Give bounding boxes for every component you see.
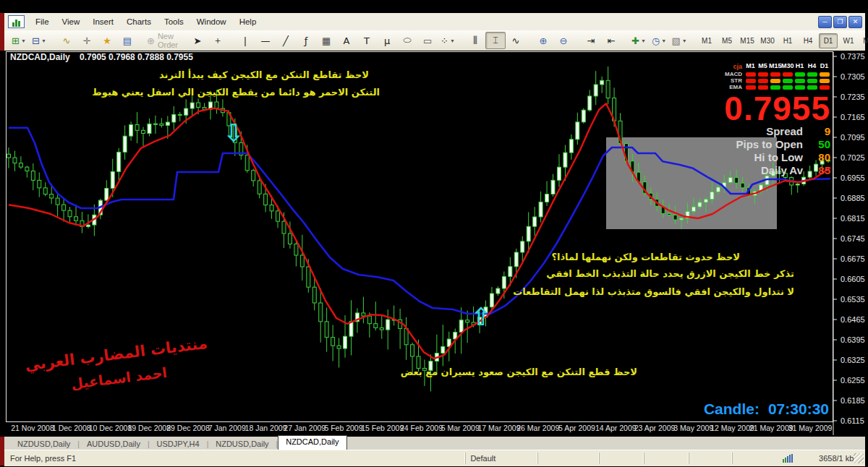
profiles-button[interactable]: ⊟▼ xyxy=(29,32,49,49)
date-label: 23 Apr 2009 xyxy=(634,424,676,432)
zoom-out-button[interactable]: ⊖ xyxy=(553,32,574,49)
market-watch-button[interactable]: ▤ xyxy=(117,32,137,49)
close-button[interactable]: ✕ xyxy=(848,16,862,28)
menu-view[interactable]: View xyxy=(56,15,87,28)
candle-body xyxy=(374,324,378,328)
full-screen-button[interactable]: ✛ xyxy=(77,32,97,49)
date-label: 5 Apr 2009 xyxy=(558,424,595,432)
panel-column-m5: M5 xyxy=(757,62,769,71)
stat-value: 50 xyxy=(803,138,830,150)
status-bar: For Help, press F1 Default 3658/1 kb xyxy=(4,450,865,466)
timeframe-mn[interactable]: MN xyxy=(859,33,868,48)
candle-body xyxy=(215,102,218,108)
restore-button[interactable]: ❐ xyxy=(833,16,847,28)
menu-window[interactable]: Window xyxy=(190,15,233,28)
candle-body xyxy=(459,320,463,333)
menu-file[interactable]: File xyxy=(29,15,56,28)
tick-chart-button[interactable]: ∿ xyxy=(56,32,77,49)
candle-body xyxy=(673,215,677,220)
menu-tools[interactable]: Tools xyxy=(158,15,190,28)
channel-button[interactable]: ▦ xyxy=(316,32,336,49)
menu-charts[interactable]: Charts xyxy=(120,15,158,28)
cursor-button[interactable]: ➤ xyxy=(187,32,208,49)
price-label: 0.7375 xyxy=(841,52,865,61)
candle-body xyxy=(129,124,133,136)
panel-column-h1: H1 xyxy=(793,62,806,71)
horizontal-line-button[interactable]: — xyxy=(255,32,276,49)
candle-body xyxy=(7,154,11,158)
timeframe-w1[interactable]: W1 xyxy=(839,33,858,48)
candle-body xyxy=(668,214,671,215)
up-arrow[interactable]: ⇧ xyxy=(471,302,492,331)
timeframe-h1[interactable]: H1 xyxy=(778,33,797,48)
arrows-button[interactable]: ⁘▼ xyxy=(438,32,458,49)
timeframe-m5[interactable]: M5 xyxy=(718,33,736,48)
line-chart-button[interactable]: ∿ xyxy=(506,32,526,49)
text-button[interactable]: A xyxy=(336,32,357,49)
panel-row-macd: MACD xyxy=(720,71,744,77)
candle-body xyxy=(545,194,549,202)
profiles-icon: ⊟ xyxy=(32,35,40,46)
periods-button[interactable]: ◷▼ xyxy=(649,32,669,49)
signal-cell xyxy=(746,85,756,90)
tab-nzdcad-daily[interactable]: NZDCAD,Daily xyxy=(278,435,346,450)
new-chart-icon: ⊞ xyxy=(12,35,20,46)
chart-shift-button[interactable]: ⇤ xyxy=(601,32,621,49)
candle-body xyxy=(680,218,684,220)
chart-title: NZDCAD,Daily 0.7905 0.7968 0.7888 0.7955 xyxy=(10,52,193,62)
candle-body xyxy=(331,338,335,346)
fibonacci-button[interactable]: ƒ xyxy=(296,32,316,49)
toolbar: ⊞▼⊟▼∿✛★▤⊕New Order➤＋❘—╱ƒ▦ATμ⬭▭⁘▼⫼⌶∿⊕⊖⇥⇤✚… xyxy=(4,30,865,51)
chevron-down-icon: ▼ xyxy=(21,38,26,43)
timeframe-h4[interactable]: H4 xyxy=(799,33,817,48)
crosshair-button[interactable]: ＋ xyxy=(208,32,228,49)
templates-button[interactable]: ▧▼ xyxy=(669,32,689,49)
auto-scroll-button[interactable]: ⇥ xyxy=(581,32,601,49)
status-cell xyxy=(537,453,599,464)
timeframe-m15[interactable]: M15 xyxy=(738,33,757,48)
text-icon: A xyxy=(344,35,350,46)
vertical-line-button[interactable]: ❘ xyxy=(235,32,255,49)
zoom-in-button[interactable]: ⊕ xyxy=(533,32,553,49)
stat-label: Daily Av xyxy=(761,164,803,176)
candlestick-chart-button[interactable]: ⌶ xyxy=(485,32,506,49)
candle-body xyxy=(270,205,273,210)
note-top-2: التنكن الاحمر هو دائما من يقطع الكيجن ال… xyxy=(92,87,380,98)
text-label-button[interactable]: T xyxy=(357,32,377,49)
menu-insert[interactable]: Insert xyxy=(86,15,120,28)
price-label: 0.6325 xyxy=(841,356,865,364)
candle-body xyxy=(62,205,66,210)
ellipse-button[interactable]: ⬭ xyxy=(397,32,417,49)
timeframe-d1[interactable]: D1 xyxy=(819,33,838,48)
auto-scroll-icon: ⇥ xyxy=(587,35,595,46)
cycle-lines-button[interactable]: μ xyxy=(377,32,397,49)
candle-timer: Candle:07:30:30 xyxy=(704,400,829,418)
new-chart-button[interactable]: ⊞▼ xyxy=(9,32,29,49)
candle-body xyxy=(527,226,530,241)
timeframe-m1[interactable]: M1 xyxy=(697,33,716,48)
trendline-button[interactable]: ╱ xyxy=(276,32,296,49)
rectangle-button[interactable]: ▭ xyxy=(417,32,438,49)
timeframe-m30[interactable]: M30 xyxy=(758,33,777,48)
toolbar-group-chart-management: ⊞▼⊟▼ xyxy=(7,32,51,49)
tab-nzdusd-daily[interactable]: NZDUSD,Daily xyxy=(10,438,77,450)
candle-body xyxy=(31,171,35,181)
signal-cell xyxy=(783,79,793,83)
tab-usdjpy-h4[interactable]: USDJPY,H4 xyxy=(150,438,207,450)
price-label: 0.6465 xyxy=(841,315,865,324)
candle-body xyxy=(325,322,328,338)
menu-help[interactable]: Help xyxy=(233,15,263,28)
minimize-button[interactable]: ─ xyxy=(818,16,832,28)
favorites-button[interactable]: ★ xyxy=(97,32,117,49)
candle-body xyxy=(142,130,145,133)
bar-chart-button[interactable]: ⫼ xyxy=(465,32,485,49)
tab-nzdusd-daily[interactable]: NZDUSD,Daily xyxy=(208,438,276,450)
status-cells: Default xyxy=(465,453,773,464)
status-cell xyxy=(599,453,644,464)
down-arrow[interactable]: ⇩ xyxy=(224,119,244,147)
tab-audusd-daily[interactable]: AUDUSD,Daily xyxy=(80,438,148,450)
resize-grip[interactable] xyxy=(854,453,864,463)
new-order-button[interactable]: ⊕New Order xyxy=(145,32,180,49)
candle-body xyxy=(576,122,579,140)
indicators-button[interactable]: ✚▼ xyxy=(629,32,649,49)
